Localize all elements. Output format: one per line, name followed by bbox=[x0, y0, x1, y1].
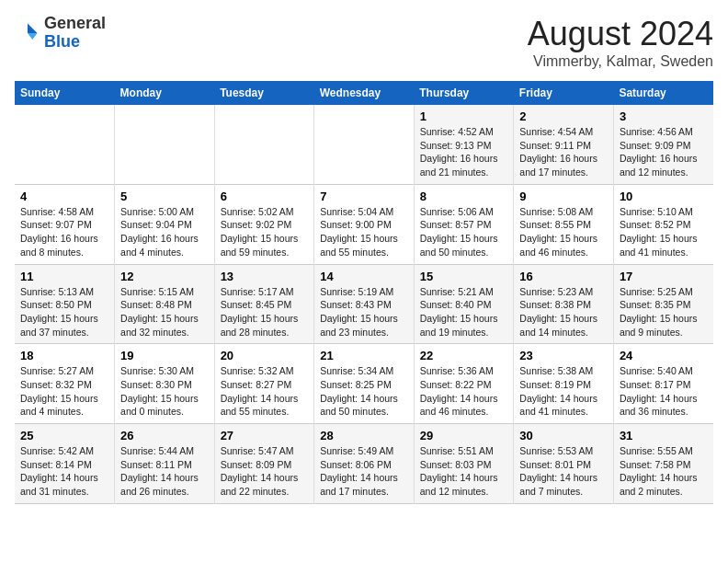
logo-icon bbox=[15, 20, 40, 46]
logo-general: General bbox=[44, 14, 106, 32]
day-info: Sunrise: 5:47 AMSunset: 8:09 PMDaylight:… bbox=[221, 444, 309, 499]
calendar-cell: 22Sunrise: 5:36 AMSunset: 8:22 PMDayligh… bbox=[414, 344, 514, 424]
calendar-cell: 5Sunrise: 5:00 AMSunset: 9:04 PMDaylight… bbox=[115, 184, 215, 264]
day-number: 7 bbox=[320, 190, 408, 203]
weekday-header-sunday: Sunday bbox=[15, 81, 115, 105]
day-number: 28 bbox=[320, 429, 408, 442]
day-info: Sunrise: 5:13 AMSunset: 8:50 PMDaylight:… bbox=[20, 285, 108, 339]
weekday-header-thursday: Thursday bbox=[414, 81, 514, 105]
day-number: 15 bbox=[420, 270, 508, 283]
day-number: 10 bbox=[620, 190, 708, 203]
day-info: Sunrise: 5:27 AMSunset: 8:32 PMDaylight:… bbox=[20, 364, 108, 419]
day-number: 20 bbox=[221, 349, 309, 362]
calendar-cell: 11Sunrise: 5:13 AMSunset: 8:50 PMDayligh… bbox=[15, 264, 115, 344]
day-number: 4 bbox=[20, 190, 108, 203]
logo-blue: Blue bbox=[44, 32, 80, 51]
calendar-cell: 30Sunrise: 5:53 AMSunset: 8:01 PMDayligh… bbox=[514, 424, 614, 504]
day-info: Sunrise: 5:42 AMSunset: 8:14 PMDaylight:… bbox=[20, 444, 108, 499]
calendar-cell: 25Sunrise: 5:42 AMSunset: 8:14 PMDayligh… bbox=[15, 424, 115, 504]
calendar-cell: 4Sunrise: 4:58 AMSunset: 9:07 PMDaylight… bbox=[15, 184, 115, 264]
day-info: Sunrise: 5:00 AMSunset: 9:04 PMDaylight:… bbox=[120, 205, 209, 259]
calendar-cell: 16Sunrise: 5:23 AMSunset: 8:38 PMDayligh… bbox=[514, 264, 614, 344]
calendar-cell: 26Sunrise: 5:44 AMSunset: 8:11 PMDayligh… bbox=[115, 424, 215, 504]
calendar-cell bbox=[15, 105, 115, 184]
day-info: Sunrise: 4:52 AMSunset: 9:13 PMDaylight:… bbox=[420, 125, 508, 179]
title-block: August 2024 Vimmerby, Kalmar, Sweden bbox=[528, 15, 713, 70]
day-info: Sunrise: 5:34 AMSunset: 8:25 PMDaylight:… bbox=[320, 364, 408, 419]
calendar-cell: 15Sunrise: 5:21 AMSunset: 8:40 PMDayligh… bbox=[414, 264, 514, 344]
day-number: 27 bbox=[221, 429, 309, 442]
day-info: Sunrise: 5:08 AMSunset: 8:55 PMDaylight:… bbox=[519, 205, 608, 259]
calendar-cell: 6Sunrise: 5:02 AMSunset: 9:02 PMDaylight… bbox=[214, 184, 314, 264]
day-number: 29 bbox=[420, 429, 508, 442]
calendar-cell: 7Sunrise: 5:04 AMSunset: 9:00 PMDaylight… bbox=[314, 184, 415, 264]
day-info: Sunrise: 5:30 AMSunset: 8:30 PMDaylight:… bbox=[120, 364, 209, 419]
day-number: 18 bbox=[20, 349, 108, 362]
day-number: 21 bbox=[320, 349, 408, 362]
day-number: 25 bbox=[20, 429, 108, 442]
calendar-cell: 20Sunrise: 5:32 AMSunset: 8:27 PMDayligh… bbox=[214, 344, 314, 424]
calendar-cell: 21Sunrise: 5:34 AMSunset: 8:25 PMDayligh… bbox=[314, 344, 415, 424]
day-info: Sunrise: 5:49 AMSunset: 8:06 PMDaylight:… bbox=[320, 444, 408, 499]
day-number: 19 bbox=[120, 349, 209, 362]
day-number: 31 bbox=[620, 429, 708, 442]
day-info: Sunrise: 5:36 AMSunset: 8:22 PMDaylight:… bbox=[420, 364, 508, 419]
day-info: Sunrise: 5:44 AMSunset: 8:11 PMDaylight:… bbox=[120, 444, 209, 499]
day-number: 11 bbox=[20, 270, 108, 283]
day-info: Sunrise: 5:02 AMSunset: 9:02 PMDaylight:… bbox=[221, 205, 309, 259]
day-number: 17 bbox=[620, 270, 708, 283]
day-info: Sunrise: 5:38 AMSunset: 8:19 PMDaylight:… bbox=[519, 364, 608, 419]
day-info: Sunrise: 5:53 AMSunset: 8:01 PMDaylight:… bbox=[519, 444, 608, 499]
page-header: General Blue August 2024 Vimmerby, Kalma… bbox=[15, 15, 713, 70]
day-info: Sunrise: 5:21 AMSunset: 8:40 PMDaylight:… bbox=[420, 285, 508, 339]
calendar-cell: 3Sunrise: 4:56 AMSunset: 9:09 PMDaylight… bbox=[613, 105, 713, 184]
day-number: 30 bbox=[519, 429, 608, 442]
calendar-cell: 28Sunrise: 5:49 AMSunset: 8:06 PMDayligh… bbox=[314, 424, 415, 504]
day-info: Sunrise: 5:51 AMSunset: 8:03 PMDaylight:… bbox=[420, 444, 508, 499]
calendar-cell: 1Sunrise: 4:52 AMSunset: 9:13 PMDaylight… bbox=[414, 105, 514, 184]
calendar-cell: 10Sunrise: 5:10 AMSunset: 8:52 PMDayligh… bbox=[613, 184, 713, 264]
calendar-week-row: 25Sunrise: 5:42 AMSunset: 8:14 PMDayligh… bbox=[15, 424, 713, 504]
day-number: 22 bbox=[420, 349, 508, 362]
calendar-week-row: 18Sunrise: 5:27 AMSunset: 8:32 PMDayligh… bbox=[15, 344, 713, 424]
calendar-cell bbox=[314, 105, 415, 184]
day-info: Sunrise: 5:15 AMSunset: 8:48 PMDaylight:… bbox=[120, 285, 209, 339]
day-number: 2 bbox=[519, 109, 608, 123]
calendar-cell bbox=[214, 105, 314, 184]
calendar-table: SundayMondayTuesdayWednesdayThursdayFrid… bbox=[15, 81, 713, 504]
svg-marker-1 bbox=[28, 33, 38, 40]
day-number: 13 bbox=[221, 270, 309, 283]
calendar-cell: 29Sunrise: 5:51 AMSunset: 8:03 PMDayligh… bbox=[414, 424, 514, 504]
day-number: 12 bbox=[120, 270, 209, 283]
calendar-week-row: 4Sunrise: 4:58 AMSunset: 9:07 PMDaylight… bbox=[15, 184, 713, 264]
logo-text: General Blue bbox=[44, 15, 106, 52]
day-info: Sunrise: 5:25 AMSunset: 8:35 PMDaylight:… bbox=[620, 285, 708, 339]
day-info: Sunrise: 5:19 AMSunset: 8:43 PMDaylight:… bbox=[320, 285, 408, 339]
day-info: Sunrise: 5:40 AMSunset: 8:17 PMDaylight:… bbox=[620, 364, 708, 419]
calendar-cell: 13Sunrise: 5:17 AMSunset: 8:45 PMDayligh… bbox=[214, 264, 314, 344]
logo: General Blue bbox=[15, 15, 106, 52]
day-info: Sunrise: 5:17 AMSunset: 8:45 PMDaylight:… bbox=[221, 285, 309, 339]
day-number: 16 bbox=[519, 270, 608, 283]
day-info: Sunrise: 5:06 AMSunset: 8:57 PMDaylight:… bbox=[420, 205, 508, 259]
calendar-cell: 9Sunrise: 5:08 AMSunset: 8:55 PMDaylight… bbox=[514, 184, 614, 264]
day-number: 6 bbox=[221, 190, 309, 203]
day-number: 3 bbox=[620, 109, 708, 123]
day-info: Sunrise: 4:54 AMSunset: 9:11 PMDaylight:… bbox=[519, 125, 608, 179]
day-number: 14 bbox=[320, 270, 408, 283]
calendar-week-row: 11Sunrise: 5:13 AMSunset: 8:50 PMDayligh… bbox=[15, 264, 713, 344]
day-info: Sunrise: 4:56 AMSunset: 9:09 PMDaylight:… bbox=[620, 125, 708, 179]
calendar-cell: 2Sunrise: 4:54 AMSunset: 9:11 PMDaylight… bbox=[514, 105, 614, 184]
calendar-cell: 19Sunrise: 5:30 AMSunset: 8:30 PMDayligh… bbox=[115, 344, 215, 424]
weekday-header-friday: Friday bbox=[514, 81, 614, 105]
day-number: 9 bbox=[519, 190, 608, 203]
day-info: Sunrise: 5:10 AMSunset: 8:52 PMDaylight:… bbox=[620, 205, 708, 259]
calendar-week-row: 1Sunrise: 4:52 AMSunset: 9:13 PMDaylight… bbox=[15, 105, 713, 184]
calendar-cell: 17Sunrise: 5:25 AMSunset: 8:35 PMDayligh… bbox=[613, 264, 713, 344]
day-number: 26 bbox=[120, 429, 209, 442]
calendar-cell: 31Sunrise: 5:55 AMSunset: 7:58 PMDayligh… bbox=[613, 424, 713, 504]
day-number: 1 bbox=[420, 109, 508, 123]
calendar-cell: 12Sunrise: 5:15 AMSunset: 8:48 PMDayligh… bbox=[115, 264, 215, 344]
page-subtitle: Vimmerby, Kalmar, Sweden bbox=[528, 53, 713, 70]
calendar-cell: 27Sunrise: 5:47 AMSunset: 8:09 PMDayligh… bbox=[214, 424, 314, 504]
